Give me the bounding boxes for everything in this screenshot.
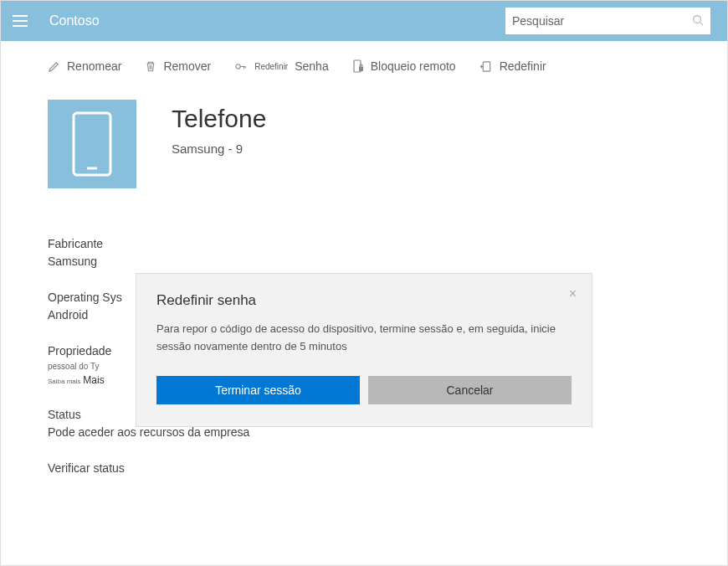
device-title-block: Telefone Samsung - 9: [172, 100, 266, 156]
remove-button[interactable]: Remover: [145, 59, 211, 73]
manufacturer-label: Fabricante: [48, 235, 680, 253]
hamburger-menu-icon[interactable]: [8, 8, 34, 34]
svg-rect-6: [74, 113, 110, 175]
remote-lock-button[interactable]: Bloqueio remoto: [352, 59, 456, 73]
search-icon[interactable]: [692, 14, 704, 28]
manufacturer-value: Samsung: [48, 253, 680, 270]
verify-status-block: Verificar status: [48, 460, 680, 477]
rename-label: Renomear: [67, 59, 121, 73]
close-icon[interactable]: ×: [569, 287, 577, 301]
device-subtitle: Samsung - 9: [172, 142, 266, 156]
reset-pw-suffix: Senha: [295, 59, 328, 73]
reset-password-modal: × Redefinir senha Para repor o código de…: [136, 273, 592, 427]
see-more-link[interactable]: Mais: [83, 374, 104, 386]
verify-status[interactable]: Verificar status: [48, 460, 680, 477]
key-icon: [234, 60, 248, 73]
svg-rect-5: [483, 61, 490, 70]
reset-icon: [479, 60, 493, 73]
reset-label: Redefinir: [500, 59, 546, 73]
device-icon: [48, 100, 136, 188]
see-more-prefix: Saiba mais: [48, 378, 81, 385]
rename-button[interactable]: Renomear: [48, 59, 121, 73]
svg-rect-4: [359, 67, 363, 71]
sign-out-button[interactable]: Terminar sessão: [156, 376, 360, 404]
reset-password-button[interactable]: Redefinir Senha: [234, 59, 329, 73]
svg-line-1: [700, 22, 704, 25]
remove-label: Remover: [163, 59, 211, 73]
modal-button-row: Terminar sessão Cancelar: [156, 376, 572, 404]
modal-title: Redefinir senha: [156, 292, 572, 309]
svg-point-0: [694, 15, 701, 23]
phone-lock-icon: [352, 59, 364, 73]
device-title: Telefone: [172, 105, 266, 133]
search-box[interactable]: [505, 8, 710, 34]
search-input[interactable]: [512, 14, 689, 28]
device-summary: Telefone Samsung - 9: [48, 100, 680, 188]
trash-icon: [145, 60, 156, 73]
app-header: Contoso: [1, 1, 727, 41]
action-toolbar: Renomear Remover Redefinir Senha Bloquei: [1, 41, 727, 91]
manufacturer-block: Fabricante Samsung: [48, 235, 680, 270]
pencil-icon: [48, 60, 60, 73]
reset-pw-prefix: Redefinir: [254, 62, 288, 71]
brand-name: Contoso: [49, 13, 100, 28]
remote-lock-label: Bloqueio remoto: [371, 59, 456, 73]
svg-point-2: [236, 64, 240, 68]
reset-button[interactable]: Redefinir: [479, 59, 546, 73]
cancel-button[interactable]: Cancelar: [368, 376, 572, 404]
modal-text: Para repor o código de acesso do disposi…: [156, 321, 572, 356]
